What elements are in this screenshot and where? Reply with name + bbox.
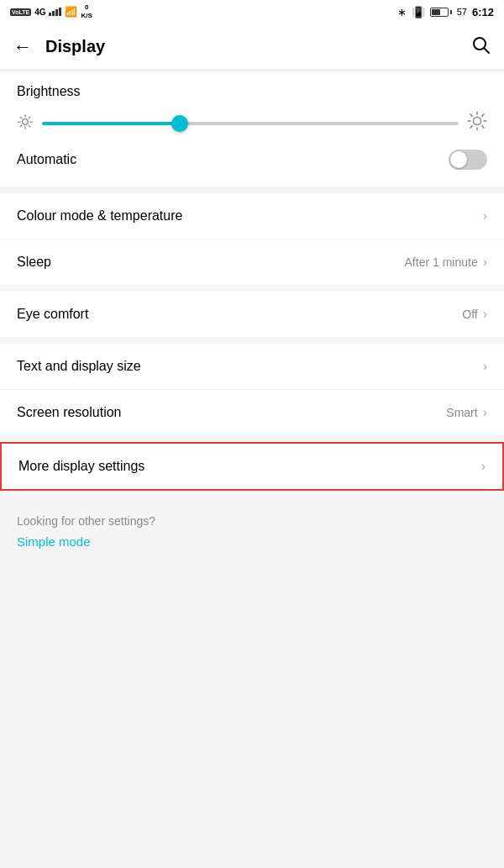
sleep-label: Sleep (17, 255, 51, 270)
brightness-slider[interactable] (42, 115, 459, 132)
brightness-max-icon (467, 111, 487, 136)
eye-comfort-value: Off (462, 308, 477, 321)
chevron-right-icon: › (483, 255, 487, 270)
text-display-size-label: Text and display size (17, 359, 141, 374)
brightness-slider-row (17, 111, 487, 136)
bluetooth-icon: ∗ (397, 6, 407, 18)
brightness-title: Brightness (17, 84, 487, 99)
colour-mode-item[interactable]: Colour mode & temperature › (0, 193, 504, 239)
text-display-size-right: › (483, 359, 487, 374)
eye-comfort-label: Eye comfort (17, 307, 88, 322)
sleep-right: After 1 minute › (405, 255, 487, 270)
toggle-knob (450, 151, 467, 168)
colour-mode-right: › (483, 208, 487, 224)
search-icon[interactable] (470, 34, 491, 60)
svg-line-18 (482, 114, 484, 116)
more-display-settings-item[interactable]: More display settings › (2, 444, 502, 489)
wifi-icon: 📶 (65, 6, 77, 18)
chevron-right-icon: › (483, 307, 487, 322)
vibrate-icon: 📳 (412, 6, 425, 18)
svg-line-1 (485, 48, 490, 53)
more-display-settings-section: More display settings › (0, 442, 504, 491)
sleep-value: After 1 minute (405, 255, 478, 269)
screen-resolution-value: Smart (446, 406, 477, 419)
more-display-settings-right: › (481, 459, 486, 474)
brightness-section: Brightness (0, 71, 504, 187)
automatic-label: Automatic (17, 152, 76, 167)
slider-thumb (171, 115, 188, 132)
page-title: Display (45, 37, 105, 56)
svg-point-2 (23, 118, 29, 124)
more-display-settings-label: More display settings (18, 459, 144, 474)
screen-resolution-right: Smart › (446, 405, 487, 420)
screen-resolution-item[interactable]: Screen resolution Smart › (0, 390, 504, 435)
svg-line-8 (29, 125, 30, 127)
back-button[interactable]: ← (13, 38, 32, 56)
screen-resolution-label: Screen resolution (17, 405, 122, 420)
status-bar-right: ∗ 📳 57 6:12 (397, 6, 494, 18)
volte-badge: VoLTE (10, 8, 31, 16)
network-type: 4G (34, 8, 45, 17)
svg-line-7 (20, 117, 22, 118)
automatic-toggle[interactable] (449, 150, 487, 170)
svg-line-16 (470, 114, 472, 116)
svg-line-19 (470, 126, 472, 128)
battery-icon (430, 8, 452, 17)
footer-looking-text: Looking for other settings? (17, 514, 487, 528)
chevron-right-icon: › (483, 405, 487, 420)
sleep-item[interactable]: Sleep After 1 minute › (0, 239, 504, 285)
text-display-size-item[interactable]: Text and display size › (0, 344, 504, 390)
simple-mode-link[interactable]: Simple mode (17, 534, 487, 549)
colour-mode-label: Colour mode & temperature (17, 208, 182, 224)
svg-line-9 (29, 117, 30, 118)
menu-section-1: Colour mode & temperature › Sleep After … (0, 193, 504, 285)
svg-point-11 (474, 118, 481, 125)
chevron-right-icon: › (483, 359, 487, 374)
app-bar-left: ← Display (13, 37, 105, 56)
footer-section: Looking for other settings? Simple mode (0, 497, 504, 566)
slider-track (42, 122, 459, 125)
main-content: Brightness (0, 71, 504, 566)
battery-percent: 57 (457, 7, 467, 17)
eye-comfort-item[interactable]: Eye comfort Off › (0, 292, 504, 337)
eye-comfort-right: Off › (462, 307, 487, 322)
signal-bars-icon (49, 8, 61, 16)
status-bar: VoLTE 4G 📶 0 K/S ∗ 📳 57 6:12 (0, 0, 504, 24)
svg-line-17 (482, 126, 484, 128)
status-bar-left: VoLTE 4G 📶 0 K/S (10, 3, 92, 19)
brightness-min-icon (17, 113, 34, 134)
automatic-row: Automatic (17, 150, 487, 170)
chevron-right-icon: › (481, 459, 486, 474)
time-display: 6:12 (472, 6, 494, 18)
menu-section-3: Text and display size › Screen resolutio… (0, 344, 504, 435)
data-speed: 0 K/S (81, 3, 92, 19)
chevron-right-icon: › (483, 208, 487, 224)
svg-line-10 (20, 125, 22, 127)
menu-section-2: Eye comfort Off › (0, 292, 504, 337)
app-bar: ← Display (0, 24, 504, 71)
